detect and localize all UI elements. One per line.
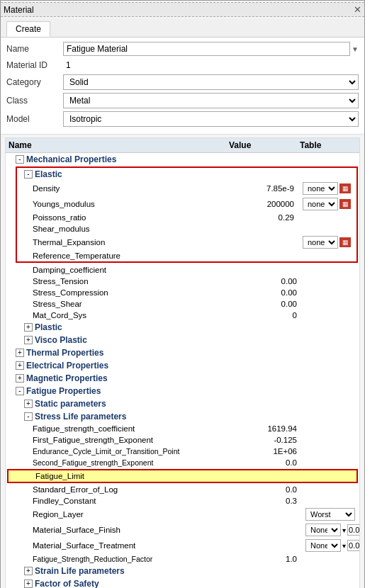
region-layer-select[interactable]: Worst [305,508,355,521]
elastic-label: Elastic [35,169,62,179]
stress-life-label: Stress Life parameters [35,412,126,422]
std-error-value: 0.0 [232,485,303,494]
chevron-down-icon: ▾ [342,526,346,534]
expand-stress-life-icon[interactable]: - [24,412,33,421]
density-table-select[interactable]: none [303,182,338,195]
fatigue-strength-coeff-value: 1619.94 [232,424,303,434]
expand-elastic-icon[interactable]: - [24,170,33,179]
expand-visco-icon[interactable]: + [24,336,33,344]
model-select[interactable]: Isotropic [63,111,359,127]
mechanical-value [232,159,303,160]
list-item: + Factor of Safety [6,577,359,588]
surface-treatment-select[interactable]: None [305,539,341,552]
material-window: Material ✕ Create Name ▼ Material ID 1 C… [0,0,365,588]
stress-comp-value: 0.00 [232,288,303,298]
youngs-table-icon[interactable]: ▦ [339,199,351,209]
thermal-exp-table-select[interactable]: none [303,236,338,249]
close-icon[interactable]: ✕ [354,4,361,15]
name-label: Name [6,44,63,54]
density-table: none ▦ [300,181,356,196]
list-item: Stress_Compression 0.00 [6,287,359,298]
tab-bar: Create [1,18,364,38]
list-item: - Mechanical Properties [6,153,359,166]
surface-treatment-label: Material_Surface_Treatment [33,541,135,550]
category-label: Category [6,77,63,87]
visco-label: Visco Plastic [35,335,87,345]
thermal-exp-table-icon[interactable]: ▦ [339,237,351,247]
name-input[interactable] [63,42,350,56]
damping-table [303,269,359,271]
list-item: First_Fatigue_strength_Exponent -0.125 [6,434,359,446]
list-item: Region_Layer Worst [6,507,359,522]
list-item: - Elastic [17,168,356,181]
region-layer-value [232,514,303,515]
expand-strain-life-icon[interactable]: + [24,567,33,575]
poissons-value: 0.29 [229,213,300,222]
category-select[interactable]: Solid [63,74,359,90]
fatigue-strength-coeff-label: Fatigue_strength_coefficient [33,424,135,433]
mat-cord-value: 0 [232,310,303,320]
list-item: Stress_Tension 0.00 [6,276,359,287]
youngs-table: none ▦ [300,197,356,211]
list-item: + Electrical Properties [6,359,359,372]
fatigue-reduction-value: 1.0 [232,554,303,564]
first-fatigue-exp-value: -0.125 [232,435,303,445]
material-id-value: 1 [63,59,359,72]
list-item: Material_Surface_Treatment None ▾ [6,538,359,553]
expand-electrical-icon[interactable]: + [16,361,24,370]
ref-temp-value [229,255,300,256]
fatigue-reduction-label: Fatigue_Strength_Reduction_Factor [33,555,152,563]
class-select[interactable]: Metal [63,93,359,108]
expand-static-icon[interactable]: + [24,400,33,408]
list-item: + Thermal Properties [6,346,359,359]
surface-treatment-input[interactable] [347,540,360,551]
density-table-icon[interactable]: ▦ [339,183,351,193]
expand-thermal-icon[interactable]: + [16,349,24,357]
list-item: Fatigue_Limit [9,470,356,482]
list-item: Mat_Cord_Sys 0 [6,310,359,321]
tab-create[interactable]: Create [6,21,50,37]
mat-cord-label: Mat_Cord_Sys [33,311,86,320]
damping-label: Damping_coefficient [33,266,106,274]
expand-mechanical-icon[interactable]: - [16,155,24,164]
list-item: Poissons_ratio 0.29 [17,212,356,223]
category-row: Category Solid [6,74,359,90]
surface-finish-select[interactable]: None [305,524,341,536]
thermal-props-label: Thermal Properties [26,348,103,358]
stress-comp-label: Stress_Compression [33,288,108,297]
surface-finish-input[interactable] [347,524,360,536]
name-dropdown-icon[interactable]: ▼ [352,45,359,53]
density-label: Density [33,184,60,193]
youngs-table-select[interactable]: none [303,198,338,210]
region-layer-table: Worst [303,507,359,521]
std-error-label: Standard_Error_of_Log [33,485,118,494]
expand-fatigue-icon[interactable]: - [16,387,24,395]
model-row: Model Isotropic [6,111,359,127]
list-item: Fatigue_Strength_Reduction_Factor 1.0 [6,553,359,565]
plastic-label: Plastic [35,322,62,332]
mechanical-table [303,159,359,160]
stress-tension-label: Stress_Tension [33,277,89,285]
stress-shear-table [303,303,359,305]
surface-finish-table: None ▾ [303,523,359,537]
list-item: Damping_coefficient [6,264,359,276]
ref-temp-table [300,255,356,256]
stress-shear-value: 0.00 [232,299,303,309]
list-item: Shear_modulus [17,223,356,234]
surface-finish-value [232,529,303,531]
thermal-exp-table: none ▦ [300,235,356,249]
list-item: Thermal_Expansion none ▦ [17,234,356,250]
expand-plastic-icon[interactable]: + [24,323,33,332]
list-item: Density 7.85e-9 none ▦ [17,181,356,196]
list-item: Endurance_Cycle_Limit_or_Transition_Poin… [6,446,359,457]
elastic-table [300,174,356,175]
stress-comp-table [303,292,359,293]
form-section: Name ▼ Material ID 1 Category Solid Clas… [1,38,364,135]
magnetic-props-label: Magnetic Properties [26,373,108,383]
expand-magnetic-icon[interactable]: + [16,374,24,383]
expand-factor-safety-icon[interactable]: + [24,579,33,588]
second-fatigue-exp-value: 0.0 [232,458,303,468]
col-value: Value [229,140,300,150]
thermal-exp-label: Thermal_Expansion [33,238,105,247]
list-item: - Stress Life parameters [6,410,359,423]
